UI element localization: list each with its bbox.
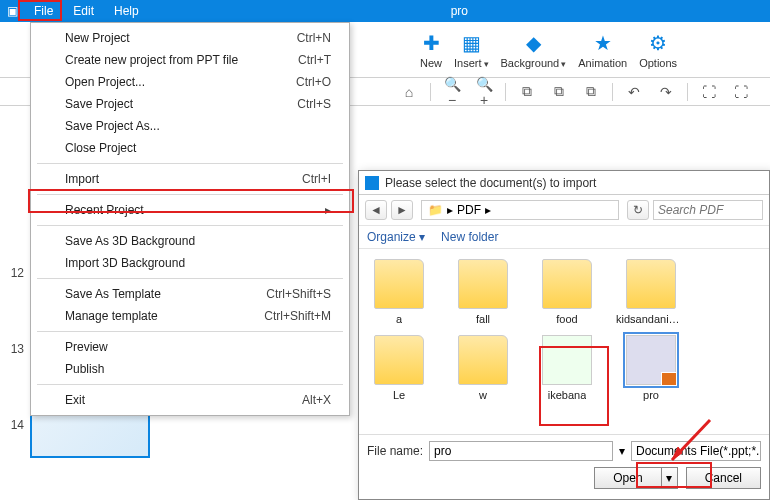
menu-separator bbox=[37, 163, 343, 164]
animation-icon: ★ bbox=[594, 31, 612, 55]
annotation-arrow-icon bbox=[660, 415, 720, 475]
file-item[interactable]: ikebana bbox=[537, 335, 597, 401]
fit-icon[interactable]: ⛶ bbox=[730, 84, 752, 100]
folder-item[interactable]: fall bbox=[453, 259, 513, 325]
folder-item[interactable]: w bbox=[453, 335, 513, 401]
menu-create-from-ppt[interactable]: Create new project from PPT fileCtrl+T bbox=[31, 49, 349, 71]
folder-icon bbox=[374, 259, 424, 309]
ribbon-new[interactable]: ✚New bbox=[420, 31, 442, 69]
paste-icon[interactable]: ⧉ bbox=[548, 83, 570, 100]
separator bbox=[430, 83, 431, 101]
menu-separator bbox=[37, 331, 343, 332]
folder-icon: 📁 bbox=[428, 203, 443, 217]
separator bbox=[687, 83, 688, 101]
file-thumb bbox=[626, 335, 676, 385]
filename-dropdown-icon[interactable]: ▾ bbox=[619, 444, 625, 458]
zoom-out-icon[interactable]: 🔍− bbox=[441, 76, 463, 108]
organize-button[interactable]: Organize ▾ bbox=[367, 230, 425, 244]
folder-icon bbox=[374, 335, 424, 385]
open-button[interactable]: Open bbox=[594, 467, 661, 489]
file-list: a fall food kidsandanimals Le w ikebana … bbox=[359, 249, 769, 434]
ppt-badge-icon bbox=[661, 372, 677, 386]
ribbon-insert[interactable]: ▦Insert bbox=[454, 31, 489, 69]
ribbon-background[interactable]: ◆Background bbox=[501, 31, 567, 69]
menu-separator bbox=[37, 225, 343, 226]
path-breadcrumb[interactable]: 📁▸PDF▸ bbox=[421, 200, 619, 220]
menu-save-as[interactable]: Save Project As... bbox=[31, 115, 349, 137]
menu-bar: ▣ File Edit Help pro bbox=[0, 0, 770, 22]
file-item-selected[interactable]: pro bbox=[621, 335, 681, 401]
filename-label: File name: bbox=[367, 444, 423, 458]
menu-save-template[interactable]: Save As TemplateCtrl+Shift+S bbox=[31, 283, 349, 305]
home-icon[interactable]: ⌂ bbox=[398, 84, 420, 100]
file-thumb bbox=[542, 335, 592, 385]
menu-publish[interactable]: Publish bbox=[31, 358, 349, 380]
folder-icon bbox=[458, 259, 508, 309]
menu-separator bbox=[37, 278, 343, 279]
new-icon: ✚ bbox=[423, 31, 440, 55]
separator bbox=[612, 83, 613, 101]
search-input[interactable] bbox=[653, 200, 763, 220]
menu-close-project[interactable]: Close Project bbox=[31, 137, 349, 159]
ribbon-animation[interactable]: ★Animation bbox=[578, 31, 627, 69]
menu-save-3d-bg[interactable]: Save As 3D Background bbox=[31, 230, 349, 252]
dialog-titlebar: Please select the document(s) to import bbox=[359, 171, 769, 195]
folder-icon bbox=[626, 259, 676, 309]
zoom-in-icon[interactable]: 🔍+ bbox=[473, 76, 495, 108]
options-icon: ⚙ bbox=[649, 31, 667, 55]
menu-import[interactable]: ImportCtrl+I bbox=[31, 168, 349, 190]
nav-fwd-icon[interactable]: ► bbox=[391, 200, 413, 220]
fullscreen-icon[interactable]: ⛶ bbox=[698, 84, 720, 100]
background-icon: ◆ bbox=[526, 31, 541, 55]
folder-item[interactable]: food bbox=[537, 259, 597, 325]
menu-save-project[interactable]: Save ProjectCtrl+S bbox=[31, 93, 349, 115]
insert-icon: ▦ bbox=[462, 31, 481, 55]
menu-edit[interactable]: Edit bbox=[63, 1, 104, 21]
folder-item[interactable]: kidsandanimals bbox=[621, 259, 681, 325]
menu-new-project[interactable]: New ProjectCtrl+N bbox=[31, 27, 349, 49]
folder-icon bbox=[542, 259, 592, 309]
ribbon-options[interactable]: ⚙Options bbox=[639, 31, 677, 69]
menu-preview[interactable]: Preview bbox=[31, 336, 349, 358]
menu-exit[interactable]: ExitAlt+X bbox=[31, 389, 349, 411]
duplicate-icon[interactable]: ⧉ bbox=[580, 83, 602, 100]
folder-item[interactable]: Le bbox=[369, 335, 429, 401]
menu-recent-project[interactable]: Recent Project bbox=[31, 199, 349, 221]
copy-icon[interactable]: ⧉ bbox=[516, 83, 538, 100]
dialog-nav: ◄ ► 📁▸PDF▸ ↻ bbox=[359, 195, 769, 225]
folder-item[interactable]: a bbox=[369, 259, 429, 325]
menu-file[interactable]: File bbox=[24, 1, 63, 21]
folder-icon bbox=[458, 335, 508, 385]
app-logo-icon: ▣ bbox=[4, 3, 20, 19]
undo-icon[interactable]: ↶ bbox=[623, 84, 645, 100]
new-folder-button[interactable]: New folder bbox=[441, 230, 498, 244]
menu-manage-template[interactable]: Manage templateCtrl+Shift+M bbox=[31, 305, 349, 327]
separator bbox=[505, 83, 506, 101]
menu-import-3d-bg[interactable]: Import 3D Background bbox=[31, 252, 349, 274]
window-title: pro bbox=[149, 4, 770, 18]
redo-icon[interactable]: ↷ bbox=[655, 84, 677, 100]
file-menu-dropdown: New ProjectCtrl+N Create new project fro… bbox=[30, 22, 350, 416]
menu-open-project[interactable]: Open Project...Ctrl+O bbox=[31, 71, 349, 93]
menu-separator bbox=[37, 384, 343, 385]
filename-input[interactable] bbox=[429, 441, 613, 461]
menu-separator bbox=[37, 194, 343, 195]
nav-back-icon[interactable]: ◄ bbox=[365, 200, 387, 220]
dialog-icon bbox=[365, 176, 379, 190]
dialog-toolbar: Organize ▾ New folder bbox=[359, 225, 769, 249]
dialog-title: Please select the document(s) to import bbox=[385, 176, 596, 190]
refresh-icon[interactable]: ↻ bbox=[627, 200, 649, 220]
menu-help[interactable]: Help bbox=[104, 1, 149, 21]
